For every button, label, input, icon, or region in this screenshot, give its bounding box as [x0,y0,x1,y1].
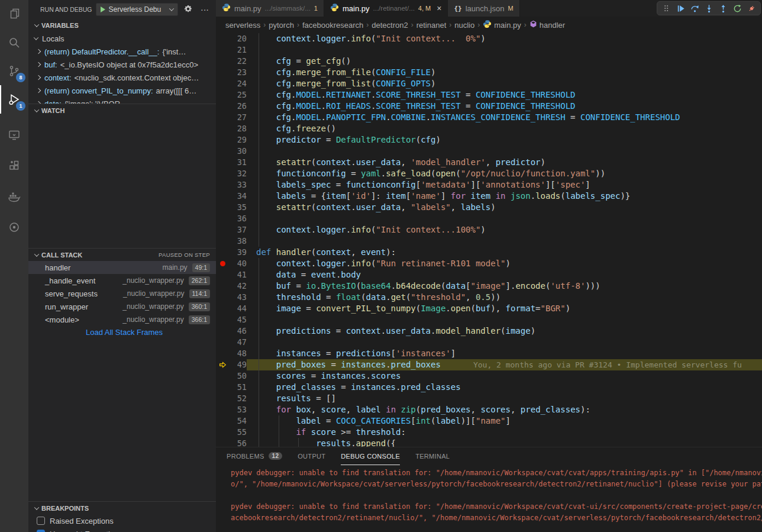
variable-row[interactable]: (return) convert_PIL_to_numpy:array([[[ … [28,84,216,97]
glyph-margin[interactable] [216,202,229,213]
code-line-32[interactable]: 32 functionconfig = yaml.safe_load(open(… [216,168,762,179]
toolbar-drag-handle[interactable] [659,2,673,15]
step-into-icon[interactable] [702,2,716,15]
glyph-margin[interactable] [216,101,229,112]
close-icon[interactable]: × [437,4,441,12]
code-line-50[interactable]: 50 scores = instances.scores [216,370,762,382]
code-line-37[interactable]: 37 context.logger.info("Init context...1… [216,224,762,236]
panel-tab-output[interactable]: OUTPUT [298,447,325,465]
glyph-margin[interactable] [216,123,229,134]
breadcrumb-item[interactable]: retinanet [416,21,447,30]
start-debugging-icon[interactable] [101,7,105,12]
code-line-24[interactable]: 24 cfg.merge_from_list(CONFIG_OPTS) [216,78,762,89]
code-line-51[interactable]: 51 pred_classes = instances.pred_classes [216,382,762,393]
glyph-margin[interactable] [216,337,229,348]
code-line-33[interactable]: 33 labels_spec = functionconfig['metadat… [216,179,762,191]
code-line-53[interactable]: 53 for box, score, label in zip(pred_box… [216,404,762,415]
variable-row[interactable]: (return) DefaultPredictor.__call__:{'ins… [28,45,216,58]
breakpoint-glyph[interactable] [216,258,229,269]
code-line-52[interactable]: 52 results = [] [216,393,762,404]
circle-tool-icon[interactable] [0,213,28,241]
glyph-margin[interactable] [216,314,229,325]
variables-section-header[interactable]: VARIABLES [28,19,216,32]
breakpoints-section-header[interactable]: BREAKPOINTS [28,501,216,514]
disconnect-icon[interactable] [744,2,758,15]
step-out-icon[interactable] [716,2,730,15]
glyph-margin[interactable] [216,33,229,44]
code-line-30[interactable]: 30 [216,146,762,157]
stack-frame-row[interactable]: handlermain.py49:1 [28,261,216,274]
extensions-icon[interactable] [0,151,28,180]
stack-frame-row[interactable]: _handle_event_nuclio_wrapper.py262:1 [28,274,216,287]
breadcrumb-item[interactable]: detectron2 [372,21,408,30]
glyph-margin[interactable] [216,393,229,404]
editor-tab[interactable]: {}launch.jsonM [448,0,519,17]
breakpoint-icon[interactable] [220,261,225,266]
code-line-56[interactable]: 56 results.append({ [216,438,762,447]
glyph-margin[interactable] [216,247,229,258]
glyph-margin[interactable] [216,236,229,247]
code-line-27[interactable]: 27 cfg.MODEL.PANOPTIC_FPN.COMBINE.INSTAN… [216,112,762,123]
glyph-margin[interactable] [216,213,229,224]
panel-tab-terminal[interactable]: TERMINAL [415,447,450,465]
call-stack-section-header[interactable]: CALL STACK PAUSED ON STEP [28,248,216,261]
glyph-margin[interactable] [216,427,229,438]
glyph-margin[interactable] [216,191,229,202]
code-line-34[interactable]: 34 labels = {item['id']: item['name'] fo… [216,191,762,202]
code-line-22[interactable]: 22 cfg = get_cfg() [216,56,762,67]
editor-tab[interactable]: main.py.../retinanet/...4, M× [324,0,448,17]
breadcrumb-item[interactable]: handler [529,20,565,30]
current-line-glyph[interactable] [216,359,229,370]
docker-icon[interactable] [0,182,28,211]
glyph-margin[interactable] [216,370,229,382]
glyph-margin[interactable] [216,415,229,427]
variable-row[interactable]: data:{'image': 'iVBOR… [28,97,216,104]
code-line-39[interactable]: 39def handler(context, event): [216,247,762,258]
code-line-20[interactable]: 20 context.logger.info("Init context... … [216,33,762,44]
glyph-margin[interactable] [216,89,229,101]
step-over-icon[interactable] [687,2,702,15]
panel-tab-debug-console[interactable]: DEBUG CONSOLE [341,447,400,465]
breadcrumb-item[interactable]: nuclio [454,21,474,30]
watch-section-header[interactable]: WATCH [28,104,216,117]
explorer-icon[interactable] [0,0,28,28]
code-line-38[interactable]: 38 [216,236,762,247]
code-line-26[interactable]: 26 cfg.MODEL.ROI_HEADS.SCORE_THRESH_TEST… [216,101,762,112]
variable-row[interactable]: buf:<_io.BytesIO object at 0x7f5a2dc1ecc… [28,58,216,71]
breakpoint-checkbox[interactable] [37,517,45,525]
panel-tab-problems[interactable]: PROBLEMS12 [227,447,282,465]
code-line-44[interactable]: 44 image = convert_PIL_to_numpy(Image.op… [216,303,762,314]
code-line-48[interactable]: 48 instances = predictions['instances'] [216,348,762,359]
glyph-margin[interactable] [216,382,229,393]
code-line-41[interactable]: 41 data = event.body [216,269,762,280]
glyph-margin[interactable] [216,438,229,447]
code-line-29[interactable]: 29 predictor = DefaultPredictor(cfg) [216,134,762,146]
glyph-margin[interactable] [216,56,229,67]
code-editor[interactable]: 20 context.logger.info("Init context... … [216,33,762,447]
code-line-47[interactable]: 47 [216,337,762,348]
glyph-margin[interactable] [216,224,229,236]
code-line-21[interactable]: 21 [216,44,762,56]
code-line-43[interactable]: 43 threshold = float(data.get("threshold… [216,292,762,303]
breadcrumb-item[interactable]: pytorch [269,21,294,30]
glyph-margin[interactable] [216,146,229,157]
glyph-margin[interactable] [216,67,229,78]
glyph-margin[interactable] [216,134,229,146]
code-line-31[interactable]: 31 setattr(context.user_data, 'model_han… [216,157,762,168]
remote-explorer-icon[interactable] [0,121,28,149]
continue-icon[interactable] [673,2,687,15]
more-actions-icon[interactable]: ··· [198,5,211,14]
breadcrumb-item[interactable]: main.py [483,20,521,30]
code-line-46[interactable]: 46 predictions = context.user_data.model… [216,325,762,337]
stack-frame-row[interactable]: serve_requests_nuclio_wrapper.py114:1 [28,287,216,300]
restart-icon[interactable] [730,2,744,15]
variable-row[interactable]: context:<nuclio_sdk.context.Context obje… [28,71,216,84]
code-line-45[interactable]: 45 [216,314,762,325]
glyph-margin[interactable] [216,280,229,292]
code-line-55[interactable]: 55 if score >= threshold: [216,427,762,438]
glyph-margin[interactable] [216,168,229,179]
glyph-margin[interactable] [216,325,229,337]
search-icon[interactable] [0,28,28,57]
code-line-36[interactable]: 36 [216,213,762,224]
code-line-42[interactable]: 42 buf = io.BytesIO(base64.b64decode(dat… [216,280,762,292]
